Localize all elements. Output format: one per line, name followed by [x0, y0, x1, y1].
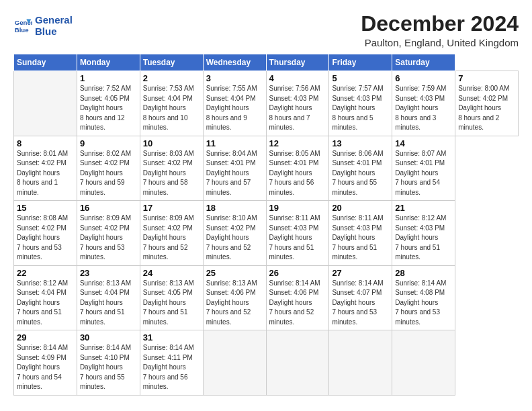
table-row — [203, 330, 266, 396]
col-friday: Friday — [329, 54, 392, 71]
svg-text:Blue: Blue — [15, 26, 29, 33]
table-row: 8Sunrise: 8:01 AMSunset: 4:02 PMDaylight… — [14, 136, 77, 201]
table-row: 30Sunrise: 8:14 AMSunset: 4:10 PMDayligh… — [77, 330, 140, 396]
week-row-4: 22Sunrise: 8:12 AMSunset: 4:04 PMDayligh… — [14, 265, 519, 330]
table-row: 21Sunrise: 8:12 AMSunset: 4:03 PMDayligh… — [392, 201, 455, 266]
col-sunday: Sunday — [14, 54, 77, 71]
header-row: Sunday Monday Tuesday Wednesday Thursday… — [14, 54, 519, 71]
table-row: 28Sunrise: 8:14 AMSunset: 4:08 PMDayligh… — [392, 265, 455, 330]
table-row: 15Sunrise: 8:08 AMSunset: 4:02 PMDayligh… — [14, 201, 77, 266]
logo-icon: General Blue — [13, 17, 32, 36]
table-row: 2Sunrise: 7:53 AMSunset: 4:04 PMDaylight… — [140, 71, 203, 136]
logo: General Blue General Blue — [13, 15, 73, 37]
table-row: 24Sunrise: 8:13 AMSunset: 4:05 PMDayligh… — [140, 265, 203, 330]
table-row: 3Sunrise: 7:55 AMSunset: 4:04 PMDaylight… — [203, 71, 266, 136]
table-row: 13Sunrise: 8:06 AMSunset: 4:01 PMDayligh… — [329, 136, 392, 201]
title-block: December 2024 Paulton, England, United K… — [361, 12, 519, 48]
col-wednesday: Wednesday — [203, 54, 266, 71]
week-row-5: 29Sunrise: 8:14 AMSunset: 4:09 PMDayligh… — [14, 330, 519, 396]
table-row: 4Sunrise: 7:56 AMSunset: 4:03 PMDaylight… — [266, 71, 329, 136]
table-row: 9Sunrise: 8:02 AMSunset: 4:02 PMDaylight… — [77, 136, 140, 201]
col-tuesday: Tuesday — [140, 54, 203, 71]
col-thursday: Thursday — [266, 54, 329, 71]
table-row: 7Sunrise: 8:00 AMSunset: 4:02 PMDaylight… — [455, 71, 519, 136]
table-row: 31Sunrise: 8:14 AMSunset: 4:11 PMDayligh… — [140, 330, 203, 396]
week-row-3: 15Sunrise: 8:08 AMSunset: 4:02 PMDayligh… — [14, 201, 519, 266]
table-row: 1Sunrise: 7:52 AMSunset: 4:05 PMDaylight… — [77, 71, 140, 136]
calendar: Sunday Monday Tuesday Wednesday Thursday… — [13, 54, 519, 396]
header: General Blue General Blue December 2024 … — [13, 12, 519, 48]
table-row: 26Sunrise: 8:14 AMSunset: 4:06 PMDayligh… — [266, 265, 329, 330]
subtitle: Paulton, England, United Kingdom — [361, 37, 519, 48]
main-title: December 2024 — [361, 12, 519, 36]
table-row: 12Sunrise: 8:05 AMSunset: 4:01 PMDayligh… — [266, 136, 329, 201]
table-row — [329, 330, 392, 396]
table-row: 17Sunrise: 8:09 AMSunset: 4:02 PMDayligh… — [140, 201, 203, 266]
week-row-1: 1Sunrise: 7:52 AMSunset: 4:05 PMDaylight… — [14, 71, 519, 136]
table-row — [266, 330, 329, 396]
empty-cell — [14, 71, 77, 136]
logo-line2: Blue — [35, 26, 73, 38]
col-saturday: Saturday — [392, 54, 455, 71]
week-row-2: 8Sunrise: 8:01 AMSunset: 4:02 PMDaylight… — [14, 136, 519, 201]
table-row — [392, 330, 455, 396]
table-row: 16Sunrise: 8:09 AMSunset: 4:02 PMDayligh… — [77, 201, 140, 266]
page: General Blue General Blue December 2024 … — [0, 0, 532, 411]
logo-line1: General — [35, 15, 73, 26]
table-row: 6Sunrise: 7:59 AMSunset: 4:03 PMDaylight… — [392, 71, 455, 136]
table-row: 11Sunrise: 8:04 AMSunset: 4:01 PMDayligh… — [203, 136, 266, 201]
table-row: 14Sunrise: 8:07 AMSunset: 4:01 PMDayligh… — [392, 136, 455, 201]
table-row: 10Sunrise: 8:03 AMSunset: 4:02 PMDayligh… — [140, 136, 203, 201]
table-row: 22Sunrise: 8:12 AMSunset: 4:04 PMDayligh… — [14, 265, 77, 330]
table-row: 19Sunrise: 8:11 AMSunset: 4:03 PMDayligh… — [266, 201, 329, 266]
table-row: 18Sunrise: 8:10 AMSunset: 4:02 PMDayligh… — [203, 201, 266, 266]
table-row: 29Sunrise: 8:14 AMSunset: 4:09 PMDayligh… — [14, 330, 77, 396]
table-row: 20Sunrise: 8:11 AMSunset: 4:03 PMDayligh… — [329, 201, 392, 266]
table-row: 23Sunrise: 8:13 AMSunset: 4:04 PMDayligh… — [77, 265, 140, 330]
table-row: 27Sunrise: 8:14 AMSunset: 4:07 PMDayligh… — [329, 265, 392, 330]
table-row: 5Sunrise: 7:57 AMSunset: 4:03 PMDaylight… — [329, 71, 392, 136]
col-monday: Monday — [77, 54, 140, 71]
table-row: 25Sunrise: 8:13 AMSunset: 4:06 PMDayligh… — [203, 265, 266, 330]
